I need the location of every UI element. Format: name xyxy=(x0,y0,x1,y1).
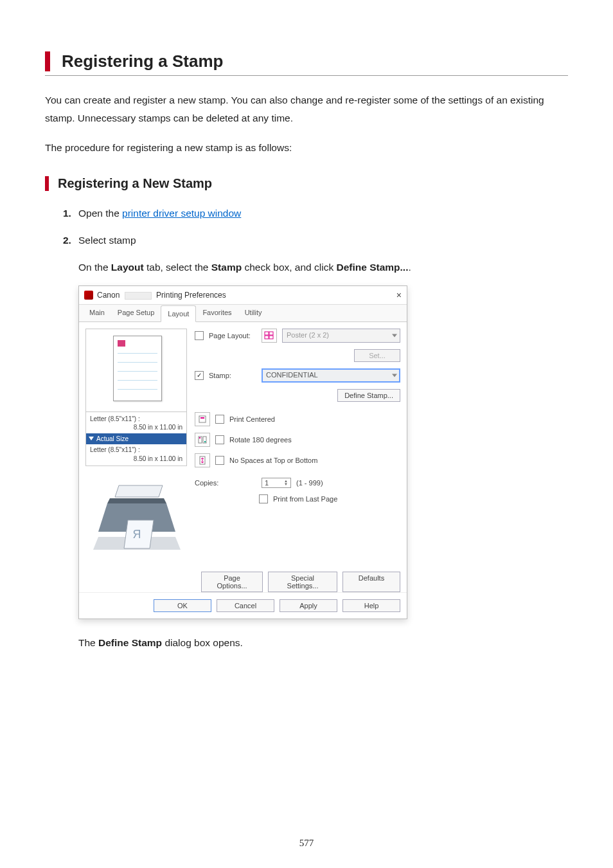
t: tab, select the xyxy=(144,262,211,273)
t: On the xyxy=(78,262,111,273)
copies-input[interactable]: 1 ▲▼ xyxy=(262,478,291,488)
step-1-text: Open the xyxy=(78,208,122,219)
section-heading: Registering a New Stamp xyxy=(58,176,568,191)
no-spaces-checkbox[interactable] xyxy=(215,456,224,465)
tab-page-setup[interactable]: Page Setup xyxy=(111,305,161,321)
page-title: Registering a Stamp xyxy=(62,51,568,71)
define-stamp-bold-2: Define Stamp xyxy=(98,637,162,648)
svg-marker-2 xyxy=(107,498,166,503)
svg-rect-6 xyxy=(269,332,273,335)
no-spaces-label: No Spaces at Top or Bottom xyxy=(229,457,317,464)
print-from-last-checkbox[interactable] xyxy=(259,494,268,503)
t: dialog box opens. xyxy=(162,637,243,648)
copies-value: 1 xyxy=(265,479,269,487)
svg-rect-14 xyxy=(204,441,206,442)
printing-preferences-dialog: Canon Printing Preferences × Main Page S… xyxy=(78,285,407,620)
svg-rect-13 xyxy=(199,437,200,439)
actual-size-row[interactable]: Actual Size xyxy=(86,433,186,445)
tab-main[interactable]: Main xyxy=(83,305,111,321)
step-1-number: 1. xyxy=(63,205,78,222)
page-layout-value: Poster (2 x 2) xyxy=(287,331,329,339)
rotate-180-checkbox[interactable] xyxy=(215,435,224,444)
paper-size-dim-2: 8.50 in x 11.00 in xyxy=(90,455,182,464)
print-centered-icon xyxy=(195,412,210,426)
ok-button[interactable]: OK xyxy=(154,599,211,612)
t: check box, and click xyxy=(242,262,336,273)
chevron-down-icon xyxy=(392,334,397,337)
step-2: 2. Select stamp xyxy=(63,232,568,249)
cancel-button[interactable]: Cancel xyxy=(217,599,274,612)
step-2-subtext: On the Layout tab, select the Stamp chec… xyxy=(78,259,568,276)
apply-button[interactable]: Apply xyxy=(280,599,337,612)
stamp-checkbox[interactable] xyxy=(195,371,204,380)
paper-size-dim-1: 8.50 in x 11.00 in xyxy=(90,423,182,432)
svg-marker-3 xyxy=(115,485,163,497)
page-layout-label: Page Layout: xyxy=(209,332,256,339)
tab-utility[interactable]: Utility xyxy=(238,305,269,321)
tab-favorites[interactable]: Favorites xyxy=(196,305,238,321)
defaults-button[interactable]: Defaults xyxy=(342,572,400,592)
print-from-last-label: Print from Last Page xyxy=(273,495,337,503)
close-icon[interactable]: × xyxy=(396,290,402,300)
stamp-value: CONFIDENTIAL xyxy=(266,371,318,379)
paper-size-label-1: Letter (8.5"x11") : xyxy=(90,415,182,424)
step-2-number: 2. xyxy=(63,232,78,249)
no-spaces-icon xyxy=(195,453,210,467)
printer-driver-setup-window-link[interactable]: printer driver setup window xyxy=(122,208,241,219)
closing-text: The Define Stamp dialog box opens. xyxy=(78,635,568,651)
page-options-button[interactable]: Page Options... xyxy=(201,572,263,592)
svg-rect-5 xyxy=(265,332,269,335)
page-layout-checkbox[interactable] xyxy=(195,331,204,340)
page-layout-select[interactable]: Poster (2 x 2) xyxy=(282,329,400,343)
chevron-down-icon xyxy=(392,374,397,377)
t: Canon xyxy=(97,291,120,300)
model-placeholder xyxy=(125,292,152,300)
paper-size-label-2: Letter (8.5"x11") : xyxy=(90,446,182,455)
dialog-title: Canon Printing Preferences xyxy=(97,291,226,300)
define-stamp-button[interactable]: Define Stamp... xyxy=(337,389,400,402)
spinner-icon[interactable]: ▲▼ xyxy=(284,480,288,486)
arrow-down-icon xyxy=(89,437,94,440)
layout-bold: Layout xyxy=(111,262,144,273)
dialog-tabs: Main Page Setup Layout Favorites Utility xyxy=(79,305,407,322)
copies-range: (1 - 999) xyxy=(296,479,323,487)
svg-rect-7 xyxy=(265,336,269,339)
copies-label: Copies: xyxy=(195,479,256,487)
help-button[interactable]: Help xyxy=(342,599,400,612)
special-settings-button[interactable]: Special Settings... xyxy=(268,572,337,592)
svg-rect-9 xyxy=(199,416,206,422)
watermark-r: R xyxy=(133,528,141,541)
paper-info: Letter (8.5"x11") : 8.50 in x 11.00 in A… xyxy=(85,412,187,467)
intro-paragraph-2: The procedure for registering a new stam… xyxy=(45,139,568,157)
set-button[interactable]: Set... xyxy=(354,349,400,362)
rotate-180-label: Rotate 180 degrees xyxy=(229,436,292,444)
intro-paragraph-1: You can create and register a new stamp.… xyxy=(45,91,568,127)
actual-size-label: Actual Size xyxy=(96,435,129,444)
page-preview xyxy=(85,329,187,412)
step-2-title: Select stamp xyxy=(78,232,568,249)
title-rule xyxy=(45,75,568,76)
print-centered-label: Print Centered xyxy=(229,415,275,423)
stamp-bold: Stamp xyxy=(211,262,242,273)
stamp-label: Stamp: xyxy=(209,372,256,379)
print-centered-checkbox[interactable] xyxy=(215,415,224,424)
svg-rect-10 xyxy=(200,417,204,419)
svg-rect-8 xyxy=(269,336,273,339)
rotate-180-icon xyxy=(195,433,210,447)
tab-layout[interactable]: Layout xyxy=(161,305,196,322)
dialog-titlebar: Canon Printing Preferences × xyxy=(79,286,407,305)
define-stamp-bold: Define Stamp... xyxy=(336,262,408,273)
stamp-select[interactable]: CONFIDENTIAL xyxy=(262,368,400,383)
poster-icon xyxy=(262,329,277,343)
printer-illustration: R xyxy=(85,478,187,561)
t: Printing Preferences xyxy=(156,291,226,300)
t: The xyxy=(78,637,98,648)
step-1: 1. Open the printer driver setup window xyxy=(63,205,568,222)
t: . xyxy=(408,262,411,273)
canon-app-icon xyxy=(84,291,93,300)
page-number: 577 xyxy=(0,838,613,849)
